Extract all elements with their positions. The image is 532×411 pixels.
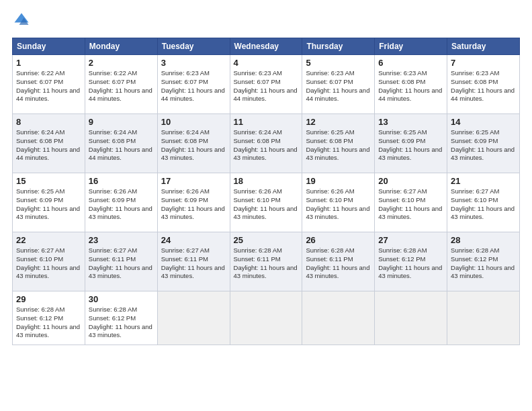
day-number: 18 xyxy=(234,176,299,186)
header xyxy=(12,11,520,30)
calendar-week-row: 22Sunrise: 6:27 AMSunset: 6:10 PMDayligh… xyxy=(13,232,520,291)
day-number: 30 xyxy=(89,294,154,304)
logo-icon xyxy=(12,11,31,30)
day-number: 29 xyxy=(16,294,81,304)
calendar-cell: 29Sunrise: 6:28 AMSunset: 6:12 PMDayligh… xyxy=(13,291,85,345)
day-info: Sunrise: 6:23 AMSunset: 6:07 PMDaylight:… xyxy=(161,69,226,103)
weekday-header: Thursday xyxy=(302,38,375,55)
day-number: 6 xyxy=(378,58,443,68)
calendar-cell: 6Sunrise: 6:23 AMSunset: 6:08 PMDaylight… xyxy=(375,55,447,114)
day-number: 20 xyxy=(378,176,443,186)
weekday-header: Monday xyxy=(85,38,157,55)
weekday-header: Friday xyxy=(375,38,447,55)
day-number: 14 xyxy=(451,117,516,127)
day-number: 5 xyxy=(306,58,371,68)
calendar-cell: 2Sunrise: 6:22 AMSunset: 6:07 PMDaylight… xyxy=(85,55,157,114)
calendar-cell: 14Sunrise: 6:25 AMSunset: 6:09 PMDayligh… xyxy=(447,114,520,173)
calendar-cell xyxy=(302,291,375,345)
calendar-cell: 10Sunrise: 6:24 AMSunset: 6:08 PMDayligh… xyxy=(157,114,230,173)
day-info: Sunrise: 6:22 AMSunset: 6:07 PMDaylight:… xyxy=(89,69,154,103)
day-number: 21 xyxy=(451,176,516,186)
calendar-cell: 5Sunrise: 6:23 AMSunset: 6:07 PMDaylight… xyxy=(302,55,375,114)
day-number: 26 xyxy=(306,235,371,245)
day-info: Sunrise: 6:25 AMSunset: 6:09 PMDaylight:… xyxy=(378,128,443,163)
calendar-cell: 26Sunrise: 6:28 AMSunset: 6:11 PMDayligh… xyxy=(302,232,375,291)
calendar-cell: 23Sunrise: 6:27 AMSunset: 6:11 PMDayligh… xyxy=(85,232,157,291)
calendar-cell: 28Sunrise: 6:28 AMSunset: 6:12 PMDayligh… xyxy=(447,232,520,291)
day-info: Sunrise: 6:24 AMSunset: 6:08 PMDaylight:… xyxy=(161,128,226,163)
day-info: Sunrise: 6:28 AMSunset: 6:12 PMDaylight:… xyxy=(89,306,154,340)
calendar-cell: 19Sunrise: 6:26 AMSunset: 6:10 PMDayligh… xyxy=(302,173,375,232)
day-number: 1 xyxy=(16,58,81,68)
calendar-cell: 21Sunrise: 6:27 AMSunset: 6:10 PMDayligh… xyxy=(447,173,520,232)
calendar-cell: 11Sunrise: 6:24 AMSunset: 6:08 PMDayligh… xyxy=(230,114,302,173)
day-info: Sunrise: 6:27 AMSunset: 6:10 PMDaylight:… xyxy=(378,187,443,222)
day-info: Sunrise: 6:27 AMSunset: 6:10 PMDaylight:… xyxy=(451,187,516,222)
calendar-cell xyxy=(157,291,230,345)
day-number: 10 xyxy=(161,117,226,127)
calendar-cell: 17Sunrise: 6:26 AMSunset: 6:09 PMDayligh… xyxy=(157,173,230,232)
calendar-cell: 30Sunrise: 6:28 AMSunset: 6:12 PMDayligh… xyxy=(85,291,157,345)
calendar-cell: 8Sunrise: 6:24 AMSunset: 6:08 PMDaylight… xyxy=(13,114,85,173)
calendar-cell: 12Sunrise: 6:25 AMSunset: 6:08 PMDayligh… xyxy=(302,114,375,173)
day-info: Sunrise: 6:23 AMSunset: 6:07 PMDaylight:… xyxy=(234,69,299,103)
day-number: 11 xyxy=(234,117,299,127)
day-info: Sunrise: 6:25 AMSunset: 6:08 PMDaylight:… xyxy=(306,128,371,163)
svg-marker-0 xyxy=(15,13,29,23)
logo xyxy=(12,11,34,30)
day-number: 16 xyxy=(89,176,154,186)
day-info: Sunrise: 6:27 AMSunset: 6:11 PMDaylight:… xyxy=(161,246,226,281)
calendar-cell: 27Sunrise: 6:28 AMSunset: 6:12 PMDayligh… xyxy=(375,232,447,291)
calendar-cell: 16Sunrise: 6:26 AMSunset: 6:09 PMDayligh… xyxy=(85,173,157,232)
day-info: Sunrise: 6:28 AMSunset: 6:12 PMDaylight:… xyxy=(16,306,81,340)
day-info: Sunrise: 6:26 AMSunset: 6:10 PMDaylight:… xyxy=(306,187,371,222)
calendar-cell: 13Sunrise: 6:25 AMSunset: 6:09 PMDayligh… xyxy=(375,114,447,173)
day-info: Sunrise: 6:28 AMSunset: 6:11 PMDaylight:… xyxy=(234,246,299,281)
calendar-cell: 1Sunrise: 6:22 AMSunset: 6:07 PMDaylight… xyxy=(13,55,85,114)
day-info: Sunrise: 6:23 AMSunset: 6:07 PMDaylight:… xyxy=(306,69,371,103)
calendar-cell: 9Sunrise: 6:24 AMSunset: 6:08 PMDaylight… xyxy=(85,114,157,173)
calendar-week-row: 15Sunrise: 6:25 AMSunset: 6:09 PMDayligh… xyxy=(13,173,520,232)
calendar-cell xyxy=(447,291,520,345)
weekday-header: Wednesday xyxy=(230,38,302,55)
day-info: Sunrise: 6:27 AMSunset: 6:11 PMDaylight:… xyxy=(89,246,154,281)
day-info: Sunrise: 6:23 AMSunset: 6:08 PMDaylight:… xyxy=(378,69,443,103)
day-info: Sunrise: 6:23 AMSunset: 6:08 PMDaylight:… xyxy=(451,69,516,103)
day-info: Sunrise: 6:22 AMSunset: 6:07 PMDaylight:… xyxy=(16,69,81,103)
day-info: Sunrise: 6:28 AMSunset: 6:12 PMDaylight:… xyxy=(378,246,443,281)
calendar-cell xyxy=(230,291,302,345)
day-number: 7 xyxy=(451,58,516,68)
day-info: Sunrise: 6:24 AMSunset: 6:08 PMDaylight:… xyxy=(16,128,81,163)
day-info: Sunrise: 6:26 AMSunset: 6:09 PMDaylight:… xyxy=(89,187,154,222)
day-number: 8 xyxy=(16,117,81,127)
calendar-week-row: 8Sunrise: 6:24 AMSunset: 6:08 PMDaylight… xyxy=(13,114,520,173)
day-number: 23 xyxy=(89,235,154,245)
calendar-cell: 18Sunrise: 6:26 AMSunset: 6:10 PMDayligh… xyxy=(230,173,302,232)
day-number: 25 xyxy=(234,235,299,245)
day-number: 17 xyxy=(161,176,226,186)
day-number: 27 xyxy=(378,235,443,245)
day-number: 13 xyxy=(378,117,443,127)
day-info: Sunrise: 6:25 AMSunset: 6:09 PMDaylight:… xyxy=(16,187,81,222)
calendar-table: SundayMondayTuesdayWednesdayThursdayFrid… xyxy=(12,38,520,345)
calendar-cell: 7Sunrise: 6:23 AMSunset: 6:08 PMDaylight… xyxy=(447,55,520,114)
page: SundayMondayTuesdayWednesdayThursdayFrid… xyxy=(0,0,532,411)
day-number: 12 xyxy=(306,117,371,127)
day-info: Sunrise: 6:26 AMSunset: 6:10 PMDaylight:… xyxy=(234,187,299,222)
calendar-cell: 25Sunrise: 6:28 AMSunset: 6:11 PMDayligh… xyxy=(230,232,302,291)
day-number: 19 xyxy=(306,176,371,186)
day-info: Sunrise: 6:28 AMSunset: 6:11 PMDaylight:… xyxy=(306,246,371,281)
day-number: 24 xyxy=(161,235,226,245)
day-number: 9 xyxy=(89,117,154,127)
day-number: 15 xyxy=(16,176,81,186)
day-number: 4 xyxy=(234,58,299,68)
calendar-cell: 22Sunrise: 6:27 AMSunset: 6:10 PMDayligh… xyxy=(13,232,85,291)
weekday-header: Sunday xyxy=(13,38,85,55)
day-number: 28 xyxy=(451,235,516,245)
calendar-header-row: SundayMondayTuesdayWednesdayThursdayFrid… xyxy=(13,38,520,55)
day-info: Sunrise: 6:24 AMSunset: 6:08 PMDaylight:… xyxy=(89,128,154,163)
day-info: Sunrise: 6:27 AMSunset: 6:10 PMDaylight:… xyxy=(16,246,81,281)
calendar-cell: 3Sunrise: 6:23 AMSunset: 6:07 PMDaylight… xyxy=(157,55,230,114)
calendar-week-row: 29Sunrise: 6:28 AMSunset: 6:12 PMDayligh… xyxy=(13,291,520,345)
weekday-header: Saturday xyxy=(447,38,520,55)
